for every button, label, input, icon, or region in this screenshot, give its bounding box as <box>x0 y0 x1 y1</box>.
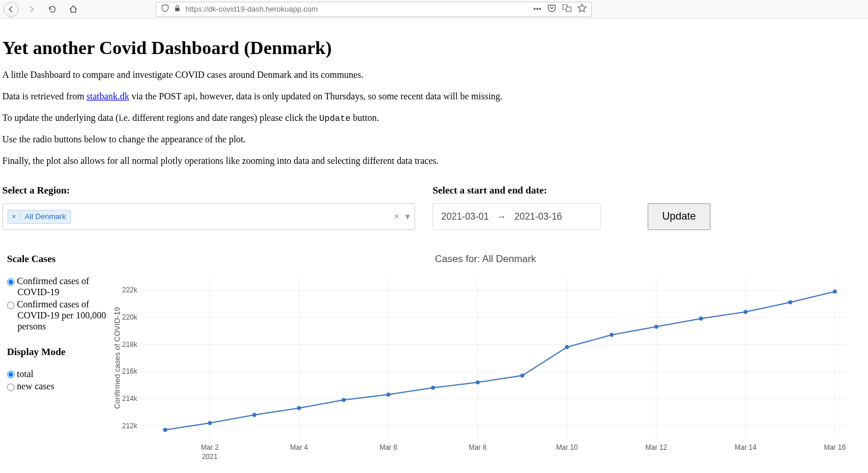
display-option-total[interactable]: total <box>7 368 107 379</box>
url-bar[interactable]: https://dk-covid19-dash.herokuapp.com ••… <box>156 2 592 17</box>
chart-svg[interactable]: 212k214k216k218k220k222kMar 2Mar 4Mar 6M… <box>113 271 858 468</box>
forward-button[interactable] <box>23 1 40 17</box>
scale-option-per100k[interactable]: Confirmed cases of COVID-19 per 100,000 … <box>7 299 107 332</box>
date-label: Select a start and end date: <box>433 185 630 196</box>
date-range-picker[interactable]: 2021-03-01 → 2021-03-16 <box>433 203 601 230</box>
bookmark-star-icon[interactable] <box>577 3 587 15</box>
chip-label: All Denmark <box>20 212 71 221</box>
svg-text:220k: 220k <box>122 313 138 321</box>
url-text: https://dk-covid19-dash.herokuapp.com <box>185 5 528 13</box>
svg-text:Mar 12: Mar 12 <box>645 443 667 451</box>
clear-all-icon[interactable]: × <box>394 212 399 222</box>
svg-text:Mar 6: Mar 6 <box>380 443 398 451</box>
svg-text:Mar 8: Mar 8 <box>469 443 487 451</box>
region-select[interactable]: × All Denmark × ▾ <box>2 203 415 230</box>
browser-toolbar: https://dk-covid19-dash.herokuapp.com ••… <box>0 0 868 19</box>
display-heading: Display Mode <box>7 346 107 358</box>
pocket-icon[interactable] <box>547 3 556 15</box>
svg-text:Mar 16: Mar 16 <box>824 443 846 451</box>
chevron-down-icon[interactable]: ▾ <box>405 211 410 222</box>
more-icon[interactable]: ••• <box>533 5 541 13</box>
svg-text:2021: 2021 <box>202 453 217 461</box>
date-end: 2021-03-16 <box>515 212 562 222</box>
svg-point-35 <box>252 413 256 417</box>
svg-point-37 <box>342 398 346 402</box>
intro-p5: Finally, the plot also allows for all no… <box>2 155 858 167</box>
translate-icon[interactable] <box>562 3 571 15</box>
svg-text:Mar 2: Mar 2 <box>201 443 219 451</box>
svg-text:214k: 214k <box>122 395 138 403</box>
svg-text:216k: 216k <box>122 367 138 375</box>
chart-area[interactable]: Cases for: All Denmark 212k214k216k218k2… <box>113 253 858 471</box>
page-title: Yet another Covid Dashboard (Denmark) <box>2 37 858 59</box>
svg-text:Confirmed cases of COVID-19: Confirmed cases of COVID-19 <box>113 307 122 409</box>
scale-radio-per100k[interactable] <box>7 302 15 309</box>
intro-p1: A little Dashboard to compare and invest… <box>2 69 858 81</box>
svg-text:222k: 222k <box>122 286 138 294</box>
lock-icon <box>174 4 181 14</box>
svg-point-33 <box>163 428 167 432</box>
scale-radio-group: Confirmed cases of COVID-19 Confirmed ca… <box>7 275 107 332</box>
display-radio-group: total new cases <box>7 368 107 392</box>
svg-rect-2 <box>566 7 571 12</box>
chip-remove-icon[interactable]: × <box>8 212 20 221</box>
home-button[interactable] <box>65 1 81 17</box>
intro-p2: Data is retrieved from statbank.dk via t… <box>2 91 858 103</box>
svg-point-40 <box>476 380 480 384</box>
intro-p3: To update the underlying data (i.e. diff… <box>2 112 858 125</box>
display-radio-new[interactable] <box>7 384 15 391</box>
svg-point-42 <box>565 345 569 349</box>
intro-text: A little Dashboard to compare and invest… <box>2 69 858 167</box>
display-radio-total[interactable] <box>7 371 15 378</box>
reload-button[interactable] <box>44 1 60 17</box>
statbank-link[interactable]: statbank.dk <box>87 91 129 101</box>
svg-text:Mar 10: Mar 10 <box>556 443 578 451</box>
shield-icon <box>161 4 169 14</box>
svg-text:Mar 4: Mar 4 <box>290 443 308 451</box>
svg-text:218k: 218k <box>122 340 138 348</box>
svg-point-39 <box>431 386 435 390</box>
svg-point-38 <box>387 392 391 396</box>
arrow-right-icon: → <box>497 212 506 222</box>
region-label: Select a Region: <box>2 185 415 196</box>
svg-point-44 <box>654 325 658 329</box>
update-button[interactable]: Update <box>648 203 710 230</box>
svg-point-46 <box>744 310 748 314</box>
svg-point-45 <box>699 317 703 321</box>
scale-radio-cases[interactable] <box>7 278 15 286</box>
chart-title: Cases for: All Denmark <box>113 253 858 265</box>
svg-point-41 <box>520 374 524 378</box>
svg-point-36 <box>297 406 301 410</box>
scale-heading: Scale Cases <box>7 253 107 265</box>
display-option-new[interactable]: new cases <box>7 381 107 392</box>
svg-text:212k: 212k <box>122 421 138 429</box>
scale-option-cases[interactable]: Confirmed cases of COVID-19 <box>7 275 107 298</box>
svg-point-34 <box>208 421 212 425</box>
svg-point-48 <box>833 289 837 293</box>
region-chip: × All Denmark <box>8 210 71 224</box>
svg-text:Mar 14: Mar 14 <box>735 443 757 451</box>
svg-point-47 <box>788 300 792 304</box>
svg-point-43 <box>610 333 614 337</box>
back-button[interactable] <box>3 2 19 17</box>
svg-rect-0 <box>175 8 180 11</box>
date-start: 2021-03-01 <box>441 212 489 222</box>
intro-p4: Use the radio buttons below to change th… <box>2 134 858 146</box>
